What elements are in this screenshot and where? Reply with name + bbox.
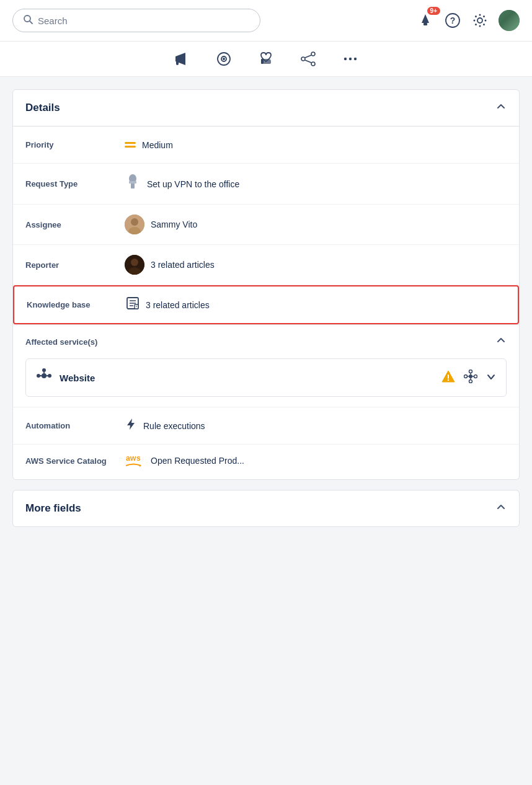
svg-point-21 xyxy=(301,57,305,61)
svg-point-53 xyxy=(464,375,468,378)
notification-bell[interactable]: 9+ xyxy=(417,12,434,29)
svg-line-23 xyxy=(305,55,311,58)
svg-point-45 xyxy=(48,374,51,378)
service-actions xyxy=(441,370,496,386)
svg-line-1 xyxy=(30,21,32,24)
bolt-icon xyxy=(125,417,137,434)
knowledge-base-value: 3 related articles xyxy=(126,296,210,313)
svg-rect-15 xyxy=(175,57,179,61)
search-placeholder: Search xyxy=(38,16,68,26)
knowledge-base-text: 3 related articles xyxy=(146,300,210,310)
warning-icon xyxy=(441,370,455,386)
affected-services-label: Affected service(s) xyxy=(25,337,97,347)
knowledge-base-label: Knowledge base xyxy=(27,300,126,309)
svg-rect-30 xyxy=(129,181,136,184)
search-box[interactable]: Search xyxy=(12,9,260,32)
notification-count: 9+ xyxy=(427,7,440,15)
user-avatar[interactable] xyxy=(499,10,520,31)
svg-point-55 xyxy=(469,370,472,373)
details-title: Details xyxy=(25,102,60,114)
svg-point-25 xyxy=(344,58,347,60)
knowledge-base-row[interactable]: Knowledge base 3 related articles xyxy=(13,285,519,324)
aws-icon: aws xyxy=(125,455,142,467)
search-icon xyxy=(23,14,33,27)
hub-icon xyxy=(464,370,477,386)
svg-point-22 xyxy=(311,62,315,66)
svg-point-8 xyxy=(479,25,481,27)
affected-services-collapse-icon[interactable] xyxy=(495,335,507,348)
top-navigation: Search 9+ ? xyxy=(0,0,532,42)
reporter-avatar xyxy=(125,255,144,275)
share-icon[interactable] xyxy=(298,49,318,69)
svg-line-24 xyxy=(305,60,311,63)
svg-point-9 xyxy=(474,20,476,22)
svg-point-14 xyxy=(475,24,477,25)
svg-point-6 xyxy=(477,18,482,23)
priority-value: Medium xyxy=(125,140,173,150)
request-type-label: Request Type xyxy=(25,179,125,188)
priority-medium-icon xyxy=(125,142,136,148)
reporter-value: 3 related articles xyxy=(125,255,215,275)
svg-point-32 xyxy=(131,218,138,226)
svg-marker-2 xyxy=(422,14,429,23)
svg-point-44 xyxy=(37,374,40,378)
request-type-value: Set up VPN to the office xyxy=(125,174,239,194)
svg-point-20 xyxy=(311,52,315,56)
request-type-row: Request Type Set up VPN to the office xyxy=(13,164,519,205)
help-icon[interactable]: ? xyxy=(444,12,461,29)
svg-marker-61 xyxy=(140,464,141,467)
svg-point-51 xyxy=(448,379,449,380)
more-fields-card: More fields xyxy=(12,490,520,527)
more-fields-header: More fields xyxy=(13,490,519,526)
svg-point-43 xyxy=(42,373,47,378)
priority-label: Priority xyxy=(25,140,125,149)
priority-text: Medium xyxy=(142,140,173,150)
watch-icon[interactable] xyxy=(214,49,234,69)
details-collapse-icon[interactable] xyxy=(495,101,507,115)
svg-point-56 xyxy=(469,379,472,383)
reporter-row: Reporter 3 related articles xyxy=(13,245,519,285)
assignee-avatar xyxy=(125,215,144,234)
service-network-icon xyxy=(36,368,52,388)
reporter-label: Reporter xyxy=(25,260,125,270)
assignee-label: Assignee xyxy=(25,220,125,229)
automation-row: Automation Rule executions xyxy=(13,407,519,444)
service-dropdown-icon[interactable] xyxy=(486,372,496,384)
like-icon[interactable] xyxy=(256,49,276,69)
automation-value: Rule executions xyxy=(125,417,205,434)
knowledge-base-icon xyxy=(126,296,140,313)
assignee-row: Assignee Sammy Vito xyxy=(13,205,519,245)
automation-text: Rule executions xyxy=(143,421,205,431)
automation-label: Automation xyxy=(25,421,125,430)
more-options-icon[interactable] xyxy=(340,49,360,69)
svg-point-35 xyxy=(131,259,138,266)
svg-point-11 xyxy=(475,16,477,17)
megaphone-icon[interactable] xyxy=(172,49,192,69)
svg-point-52 xyxy=(469,375,472,378)
service-name: Website xyxy=(60,373,434,383)
details-card: Details Priority Medium Request Type xyxy=(12,89,520,480)
svg-text:?: ? xyxy=(450,16,456,25)
svg-point-10 xyxy=(485,20,487,22)
more-fields-collapse-icon[interactable] xyxy=(495,502,507,515)
vpn-icon xyxy=(125,174,141,194)
priority-row: Priority Medium xyxy=(13,126,519,164)
assignee-value: Sammy Vito xyxy=(125,215,197,234)
svg-point-27 xyxy=(354,58,357,60)
affected-services-header: Affected service(s) xyxy=(13,324,519,358)
assignee-name: Sammy Vito xyxy=(151,220,197,229)
svg-point-54 xyxy=(474,375,477,378)
svg-point-46 xyxy=(42,368,46,372)
details-header: Details xyxy=(13,90,519,126)
svg-rect-19 xyxy=(261,59,264,64)
settings-icon[interactable] xyxy=(471,12,489,29)
svg-point-26 xyxy=(349,58,352,60)
svg-point-12 xyxy=(483,24,485,25)
aws-row: AWS Service Catalog aws Open Requested P… xyxy=(13,444,519,479)
website-service-card[interactable]: Website xyxy=(25,358,507,397)
svg-point-7 xyxy=(479,14,481,16)
svg-point-18 xyxy=(223,58,225,60)
request-type-text: Set up VPN to the office xyxy=(147,179,239,189)
nav-actions: 9+ ? xyxy=(417,10,520,31)
svg-point-13 xyxy=(483,16,485,17)
